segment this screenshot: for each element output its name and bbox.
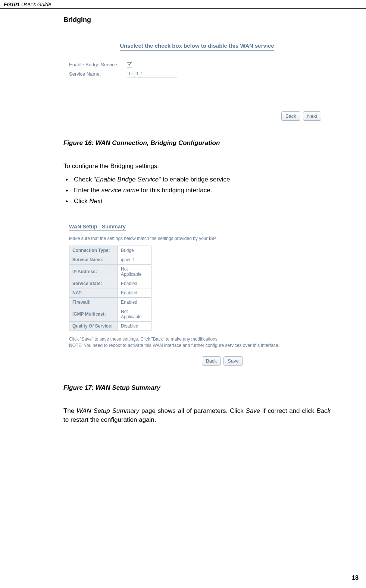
page-header: FG101 User's Guide [0, 0, 366, 9]
row-value: Enabled [118, 279, 151, 288]
figure-16-title-row: Unselect the check box below to disable … [69, 42, 325, 51]
row-value: ipow_1 [118, 255, 151, 265]
page-number: 18 [352, 575, 359, 581]
figure-17-panel: WAN Setup - Summary Make sure that the s… [63, 218, 331, 369]
row-value: Not Applicable [118, 265, 151, 279]
product-name: FG101 [4, 1, 20, 7]
closing-e: if correct and click [260, 407, 316, 414]
bullet-2-post: for this bridging interface. [139, 187, 212, 194]
enable-bridge-checkbox[interactable]: ✔ [127, 62, 132, 67]
figure-16-caption: Figure 16: WAN Connection, Bridging Conf… [63, 139, 331, 147]
back-button[interactable]: Back [202, 356, 221, 366]
wan-summary-title-wrap: WAN Setup - Summary [69, 223, 325, 236]
bullet-3-em: Next [90, 197, 103, 205]
table-row: IP Address:Not Applicable [69, 265, 151, 279]
row-label: Connection Type: [69, 246, 118, 255]
row-label: Service State: [69, 279, 118, 288]
row-value: Enabled [118, 298, 151, 307]
table-row: Quality Of Service:Disabled [69, 322, 151, 331]
note-line-2: NOTE: You need to reboot to activate thi… [69, 342, 325, 349]
service-name-row: Service Name: [69, 70, 325, 78]
service-name-label: Service Name: [69, 71, 127, 77]
wan-summary-title: WAN Setup - Summary [69, 224, 126, 231]
row-label: Service Name: [69, 255, 118, 265]
bullet-1-pre: Check " [74, 176, 96, 183]
header-suffix: User's Guide [20, 1, 51, 7]
closing-f: Back [316, 407, 331, 414]
row-label: Firewall: [69, 298, 118, 307]
closing-c: page shows all of parameters. Click [139, 407, 245, 414]
list-item: Enter the service name for this bridging… [74, 185, 331, 196]
closing-g: to restart the configuration again. [63, 416, 156, 423]
row-value: Disabled [118, 322, 151, 331]
list-item: Click Next [74, 196, 331, 207]
closing-d: Save [246, 407, 260, 414]
bullet-1-em: Enable Bridge Service [96, 176, 159, 183]
table-row: NAT:Enabled [69, 288, 151, 298]
service-name-input[interactable] [127, 70, 177, 78]
back-button[interactable]: Back [281, 111, 300, 121]
bullet-2-em: service name [101, 187, 139, 194]
intro-text: To configure the Bridging settings: [63, 162, 331, 171]
figure-16-panel: Unselect the check box below to disable … [63, 35, 331, 124]
table-row: IGMP Multicast:Not Applicable [69, 307, 151, 322]
closing-a: The [63, 407, 76, 414]
page-content: Bridging Unselect the check box below to… [0, 9, 366, 424]
save-button[interactable]: Save [223, 356, 243, 366]
table-row: Service Name:ipow_1 [69, 255, 151, 265]
next-button[interactable]: Next [303, 111, 321, 121]
closing-paragraph: The WAN Setup Summary page shows all of … [63, 407, 331, 424]
figure-17-caption: Figure 17: WAN Setup Summary [63, 384, 331, 392]
bullet-2-pre: Enter the [74, 187, 101, 194]
closing-b: WAN Setup Summary [76, 407, 139, 414]
row-label: Quality Of Service: [69, 322, 118, 331]
section-heading: Bridging [63, 16, 331, 24]
row-value: Enabled [118, 288, 151, 298]
row-value: Not Applicable [118, 307, 151, 322]
list-item: Check "Enable Bridge Service" to enable … [74, 174, 331, 185]
row-value: Bridge [118, 246, 151, 255]
figure-16-title: Unselect the check box below to disable … [120, 42, 274, 51]
bullet-list: Check "Enable Bridge Service" to enable … [63, 174, 331, 207]
row-label: IP Address: [69, 265, 118, 279]
bullet-1-post: " to enable bridge service [159, 176, 230, 183]
table-row: Service State:Enabled [69, 279, 151, 288]
bullet-3-pre: Click [74, 197, 90, 205]
figure-17-button-row: Back Save [69, 356, 325, 366]
wan-summary-desc: Make sure that the settings below match … [69, 236, 325, 241]
table-row: Connection Type:Bridge [69, 246, 151, 255]
table-row: Firewall:Enabled [69, 298, 151, 307]
figure-16-button-row: Back Next [69, 111, 325, 121]
row-label: IGMP Multicast: [69, 307, 118, 322]
enable-bridge-row: Enable Bridge Service: ✔ [69, 62, 325, 67]
row-label: NAT: [69, 288, 118, 298]
note-line-1: Click "Save" to save these settings. Cli… [69, 336, 325, 342]
summary-note: Click "Save" to save these settings. Cli… [69, 336, 325, 349]
enable-bridge-label: Enable Bridge Service: [69, 62, 127, 67]
summary-table: Connection Type:Bridge Service Name:ipow… [69, 246, 151, 331]
